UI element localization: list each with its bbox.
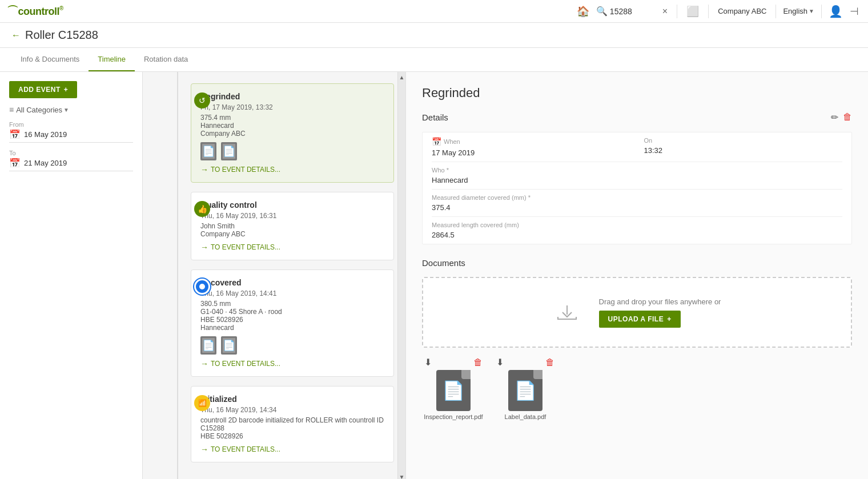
who-label: Who * bbox=[432, 167, 842, 174]
nav-divider-1 bbox=[677, 5, 677, 18]
doc-download-button-1[interactable]: ⬇ bbox=[424, 357, 432, 368]
language-selector[interactable]: English ▼ bbox=[781, 7, 817, 15]
doc-file-icon-item-1[interactable]: 📄 bbox=[436, 370, 471, 411]
page-header: ← Roller C15288 bbox=[0, 23, 868, 48]
event-date-quality: Thu, 16 May 2019, 16:31 bbox=[200, 212, 384, 220]
event-card-recovered[interactable]: Recovered Thu, 16 May 2019, 14:41 380.5 … bbox=[191, 269, 394, 377]
timeline-scrollbar: ▲ ▼ bbox=[397, 72, 405, 479]
user-menu-button[interactable]: 👤 bbox=[826, 2, 845, 21]
event-card-initialized[interactable]: Initialized Thu, 16 May 2019, 14:34 coun… bbox=[191, 386, 394, 462]
page-title: Roller C15288 bbox=[25, 29, 98, 42]
when-label: 📅 When bbox=[432, 137, 630, 146]
measured-diameter-value: 375.4 bbox=[432, 203, 842, 212]
documents-section-header: Documents bbox=[422, 258, 852, 268]
logout-button[interactable]: ⊣ bbox=[847, 3, 861, 20]
marker-regrinded: ↺ bbox=[194, 92, 210, 108]
doc-file-icon-r1: 📄 bbox=[202, 339, 215, 352]
measured-diameter-label: Measured diameter covered (mm) * bbox=[432, 194, 842, 201]
event-doc-2-recovered[interactable]: 📄 bbox=[221, 336, 237, 355]
event-company-regrinded: Hannecard bbox=[200, 122, 384, 130]
event-link-label-recovered: TO EVENT DETAILS... bbox=[211, 360, 280, 368]
event-detail1-recovered: 380.5 mm bbox=[200, 300, 384, 308]
company-name[interactable]: Company ABC bbox=[713, 7, 771, 15]
event-card-regrinded[interactable]: Regrinded Fri, 17 May 2019, 13:32 375.4 … bbox=[191, 83, 394, 183]
tab-rotation[interactable]: Rotation data bbox=[135, 48, 197, 71]
timeline-inner: ↺ Regrinded Fri, 17 May 2019, 13:32 375.… bbox=[143, 72, 405, 479]
on-field: On 13:32 bbox=[637, 132, 843, 162]
add-event-label: ADD EVENT bbox=[18, 86, 61, 94]
tab-timeline[interactable]: Timeline bbox=[89, 48, 135, 71]
tab-info[interactable]: Info & Documents bbox=[11, 48, 89, 71]
delete-button[interactable]: 🗑 bbox=[843, 112, 852, 123]
doc-filename-1: Inspection_report.pdf bbox=[424, 413, 483, 420]
edit-button[interactable]: ✏ bbox=[831, 112, 838, 123]
event-link-arrow-icon-q: → bbox=[200, 243, 208, 252]
event-link-regrinded[interactable]: → TO EVENT DETAILS... bbox=[200, 165, 384, 174]
upload-text-area: Drag and drop your files anywhere or UPL… bbox=[599, 297, 721, 328]
event-link-arrow-icon: → bbox=[200, 165, 208, 174]
doc-delete-button-2[interactable]: 🗑 bbox=[545, 357, 554, 368]
doc-file-glyph-2: 📄 bbox=[514, 380, 537, 401]
filter-caret-icon: ▼ bbox=[63, 107, 69, 113]
category-filter-dropdown[interactable]: All Categories ▼ bbox=[16, 106, 69, 114]
doc-download-button-2[interactable]: ⬇ bbox=[496, 357, 504, 368]
search-input[interactable]: 15288 bbox=[610, 7, 656, 16]
search-clear-button[interactable]: × bbox=[658, 4, 672, 19]
add-event-button[interactable]: ADD EVENT + bbox=[9, 81, 77, 98]
when-field: 📅 When 17 May 2019 bbox=[432, 132, 637, 162]
doc-file-icon-item-2[interactable]: 📄 bbox=[508, 370, 542, 411]
event-detail2-initialized: HBE 5028926 bbox=[200, 432, 384, 440]
scroll-down-button[interactable]: ▼ bbox=[397, 472, 405, 479]
panel-title: Regrinded bbox=[422, 86, 852, 100]
event-link-quality[interactable]: → TO EVENT DETAILS... bbox=[200, 243, 384, 252]
event-docs-recovered: 📄 📄 bbox=[200, 336, 384, 355]
upload-icon bbox=[553, 296, 581, 328]
from-date-value[interactable]: 16 May 2019 bbox=[24, 130, 67, 139]
event-doc-1-recovered[interactable]: 📄 bbox=[200, 336, 216, 355]
on-value: 13:32 bbox=[644, 146, 843, 155]
event-title-quality: Quality control bbox=[200, 200, 384, 210]
event-link-label-quality: TO EVENT DETAILS... bbox=[211, 243, 280, 251]
event-card-quality[interactable]: Quality control Thu, 16 May 2019, 16:31 … bbox=[191, 192, 394, 260]
timeline-event-regrinded: ↺ Regrinded Fri, 17 May 2019, 13:32 375.… bbox=[166, 83, 394, 183]
to-date-value[interactable]: 21 May 2019 bbox=[24, 159, 67, 167]
from-calendar-icon: 📅 bbox=[9, 129, 21, 140]
upload-file-button[interactable]: UPLOAD A FILE + bbox=[599, 311, 681, 328]
when-value: 17 May 2019 bbox=[432, 148, 630, 157]
marker-initialized: 📶 bbox=[194, 395, 210, 411]
doc-file-glyph-1: 📄 bbox=[442, 380, 465, 401]
measured-length-field: Measured length covered (mm) 2864.5 bbox=[432, 217, 842, 244]
home-button[interactable]: 🏠 bbox=[572, 3, 594, 20]
doc-delete-button-1[interactable]: 🗑 bbox=[473, 357, 483, 368]
thumbsup-icon: 👍 bbox=[198, 204, 207, 214]
search-box: 🔍 15288 × bbox=[596, 4, 672, 19]
recycle-icon: ↺ bbox=[199, 96, 206, 105]
event-who-regrinded: 375.4 mm bbox=[200, 114, 384, 122]
on-label: On bbox=[644, 137, 843, 144]
upload-area[interactable]: Drag and drop your files anywhere or UPL… bbox=[422, 277, 852, 348]
doc-item-2: ⬇ 🗑 📄 Label_data.pdf bbox=[494, 357, 557, 420]
event-link-arrow-icon-i: → bbox=[200, 445, 208, 454]
scroll-up-button[interactable]: ▲ bbox=[397, 72, 405, 83]
event-link-recovered[interactable]: → TO EVENT DETAILS... bbox=[200, 359, 384, 368]
documents-label: Documents bbox=[422, 258, 465, 268]
details-form: 📅 When 17 May 2019 On 13:32 Who * bbox=[422, 132, 852, 244]
event-link-initialized[interactable]: → TO EVENT DETAILS... bbox=[200, 445, 384, 454]
to-date-field: To 📅 21 May 2019 bbox=[9, 150, 133, 171]
documents-icon: ⬜ bbox=[686, 5, 699, 18]
event-doc-1-regrinded[interactable]: 📄 bbox=[200, 142, 216, 160]
event-date-regrinded: Fri, 17 May 2019, 13:32 bbox=[200, 103, 384, 111]
marker-recovered bbox=[194, 279, 210, 295]
from-label: From bbox=[9, 121, 133, 128]
event-who-quality: John Smith bbox=[200, 222, 384, 230]
event-doc-2-regrinded[interactable]: 📄 bbox=[221, 142, 237, 160]
event-detail3-quality: Company ABC bbox=[200, 230, 384, 238]
documents-section: Documents Drag and drop your files anywh… bbox=[422, 258, 852, 420]
timeline-event-quality: 👍 Quality control Thu, 16 May 2019, 16:3… bbox=[166, 192, 394, 260]
documents-icon-button[interactable]: ⬜ bbox=[682, 3, 704, 20]
signal-icon: 📶 bbox=[198, 399, 207, 407]
filter-label: All Categories bbox=[16, 106, 62, 114]
to-label: To bbox=[9, 150, 133, 156]
event-date-recovered: Thu, 16 May 2019, 14:41 bbox=[200, 289, 384, 297]
back-button[interactable]: ← bbox=[11, 30, 21, 41]
